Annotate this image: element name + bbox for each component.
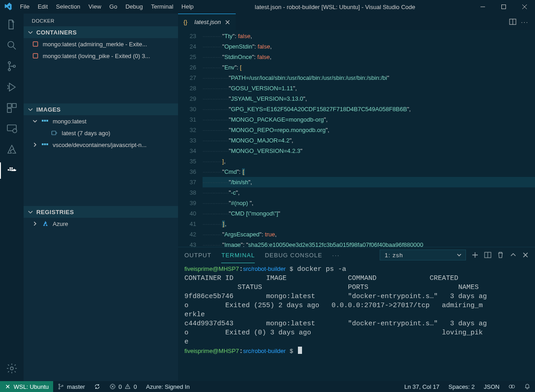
tree-item-label: mongo:latest (loving_pike - Exited (0) 3… — [43, 53, 150, 59]
debug-icon[interactable] — [5, 81, 18, 93]
image-item[interactable]: latest (7 days ago) — [24, 127, 178, 139]
window-controls — [472, 0, 535, 14]
more-actions-icon[interactable]: ··· — [332, 252, 340, 259]
menu-help[interactable]: Help — [178, 0, 198, 14]
git-branch[interactable]: master — [53, 381, 89, 392]
menu-view[interactable]: View — [84, 0, 105, 14]
language-mode[interactable]: JSON — [479, 381, 504, 392]
menu-selection[interactable]: Selection — [52, 0, 84, 14]
tab-debug-console[interactable]: DEBUG CONSOLE — [265, 252, 322, 259]
image-item[interactable]: vscode/devcontainers/javascript-n... — [24, 139, 178, 151]
terminal-selector[interactable]: 1: zsh — [380, 250, 466, 260]
docker-icon[interactable] — [5, 164, 18, 177]
section-images[interactable]: IMAGES — [24, 103, 178, 115]
title-bar: FileEditSelectionViewGoDebugTerminalHelp… — [0, 0, 535, 14]
azure-icon — [42, 220, 49, 227]
remote-label: WSL: Ubuntu — [14, 383, 49, 390]
maximize-panel-icon[interactable] — [510, 251, 517, 259]
code-editor[interactable]: 2324252627282930313233343536373839404142… — [178, 30, 535, 247]
chevron-down-icon — [456, 252, 462, 258]
new-terminal-icon[interactable] — [471, 251, 479, 259]
error-count: 0 — [119, 383, 122, 390]
svg-point-10 — [13, 129, 17, 133]
chevron-right-icon — [32, 221, 38, 226]
extensions-icon[interactable] — [5, 102, 18, 114]
svg-rect-11 — [8, 169, 9, 171]
more-actions-icon[interactable]: ··· — [521, 19, 529, 25]
chevron-down-icon — [27, 29, 34, 35]
settings-gear-icon[interactable] — [5, 362, 18, 375]
tree-item-label: mongo:latest (admiring_merkle - Exite... — [43, 41, 147, 48]
image-item[interactable]: mongo:latest — [24, 115, 178, 127]
close-panel-icon[interactable] — [522, 252, 529, 258]
svg-rect-19 — [33, 54, 38, 58]
menu-go[interactable]: Go — [105, 0, 121, 14]
feedback-icon[interactable] — [504, 381, 520, 392]
branch-icon — [58, 383, 64, 390]
split-terminal-icon[interactable] — [484, 251, 491, 259]
explorer-icon[interactable] — [5, 18, 18, 31]
main-menu: FileEditSelectionViewGoDebugTerminalHelp — [16, 0, 198, 14]
svg-point-4 — [8, 69, 10, 71]
registry-item[interactable]: Azure — [24, 218, 178, 230]
sync-icon — [94, 383, 100, 390]
chevron-down-icon — [32, 118, 38, 124]
problems[interactable]: 0 0 — [105, 381, 141, 392]
warning-count: 0 — [134, 383, 137, 390]
editor-tab[interactable]: {} latest.json — [178, 14, 236, 30]
container-stopped-icon — [32, 40, 39, 48]
source-control-icon[interactable] — [5, 60, 18, 73]
chevron-down-icon — [27, 209, 34, 215]
vscode-logo — [0, 3, 16, 11]
svg-rect-12 — [10, 169, 11, 171]
menu-edit[interactable]: Edit — [34, 0, 52, 14]
remote-explorer-icon[interactable] — [5, 122, 18, 135]
chevron-down-icon — [27, 106, 34, 113]
container-item[interactable]: mongo:latest (loving_pike - Exited (0) 3… — [24, 50, 178, 62]
svg-rect-14 — [10, 167, 11, 169]
indentation[interactable]: Spaces: 2 — [444, 381, 480, 392]
section-title-label: IMAGES — [36, 106, 61, 113]
cursor-position[interactable]: Ln 37, Col 17 — [400, 381, 444, 392]
section-containers[interactable]: CONTAINERS — [24, 26, 178, 38]
bottom-panel: OUTPUT TERMINAL DEBUG CONSOLE ··· 1: zsh… — [178, 247, 535, 381]
close-button[interactable] — [514, 0, 535, 14]
editor-area: {} latest.json ··· 232425262728293031323… — [178, 14, 535, 381]
remote-indicator[interactable]: WSL: Ubuntu — [0, 381, 53, 392]
svg-rect-22 — [46, 120, 48, 122]
svg-rect-0 — [481, 7, 485, 7]
status-bar: WSL: Ubuntu master 0 0 Azure: Signed In … — [0, 381, 535, 392]
chevron-right-icon — [32, 142, 38, 147]
maximize-button[interactable] — [493, 0, 514, 14]
notifications-icon[interactable] — [520, 381, 535, 392]
terminal-output[interactable]: fiveisprime@MHSP7:src/robot-builder $ do… — [178, 263, 535, 381]
error-icon — [109, 383, 116, 390]
menu-debug[interactable]: Debug — [121, 0, 147, 14]
svg-rect-21 — [44, 120, 46, 122]
window-title: latest.json - robot-builder [WSL: Ubuntu… — [198, 4, 472, 10]
search-icon[interactable] — [5, 39, 18, 52]
svg-rect-7 — [12, 103, 16, 108]
svg-point-3 — [8, 62, 10, 64]
section-registries[interactable]: REGISTRIES — [24, 206, 178, 218]
sync-button[interactable] — [89, 381, 105, 392]
close-tab-icon[interactable] — [225, 20, 230, 25]
minimize-button[interactable] — [472, 0, 493, 14]
split-editor-icon[interactable] — [509, 18, 516, 25]
menu-terminal[interactable]: Terminal — [147, 0, 177, 14]
svg-rect-8 — [7, 108, 11, 113]
tab-output[interactable]: OUTPUT — [184, 252, 211, 259]
kill-terminal-icon[interactable] — [497, 251, 504, 259]
svg-rect-27 — [46, 143, 48, 145]
tree-item-label: Azure — [53, 220, 68, 227]
azure-icon[interactable] — [5, 143, 18, 156]
container-item[interactable]: mongo:latest (admiring_merkle - Exite... — [24, 38, 178, 50]
menu-file[interactable]: File — [16, 0, 34, 14]
svg-rect-23 — [52, 131, 56, 135]
tree-item-label: vscode/devcontainers/javascript-n... — [53, 142, 147, 148]
azure-status[interactable]: Azure: Signed In — [142, 381, 194, 392]
tab-terminal[interactable]: TERMINAL — [221, 252, 255, 259]
svg-rect-18 — [33, 42, 38, 46]
tag-icon — [51, 129, 58, 137]
svg-rect-20 — [42, 120, 44, 122]
